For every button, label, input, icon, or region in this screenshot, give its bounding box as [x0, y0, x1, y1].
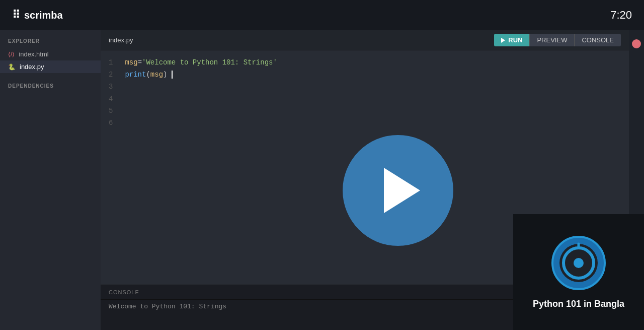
run-label: RUN [508, 36, 522, 44]
svg-point-3 [574, 258, 584, 268]
topnav: ⠿ scrimba 7:20 [0, 0, 644, 30]
sidebar-filename-html: index.html [19, 50, 48, 58]
code-line-6 [125, 117, 625, 129]
preview-button[interactable]: PREVIEW [529, 34, 574, 46]
sidebar-item-py[interactable]: 🐍 index.py [0, 60, 101, 73]
sidebar: EXPLORER ⟨/⟩ index.html 🐍 index.py DEPEN… [0, 30, 101, 330]
editor-toolbar: index.py RUN PREVIEW CONSOLE [101, 30, 629, 50]
code-line-2: print(msg) [125, 69, 625, 81]
explorer-label: EXPLORER [0, 38, 101, 48]
sidebar-filename-py: index.py [20, 63, 44, 71]
logo: ⠿ scrimba [12, 9, 63, 22]
code-line-5 [125, 105, 625, 117]
recording-dot [632, 39, 641, 48]
channel-logo [551, 235, 606, 291]
run-button[interactable]: RUN [494, 34, 529, 46]
video-title: Python 101 in Bangla [533, 299, 624, 309]
play-triangle-icon [384, 168, 420, 213]
sidebar-item-html[interactable]: ⟨/⟩ index.html [0, 48, 101, 60]
code-line-3 [125, 81, 625, 93]
dependencies-label: DEPENDENCIES [0, 83, 101, 89]
console-label: CONSOLE [109, 289, 139, 295]
editor-filename: index.py [109, 36, 133, 44]
play-overlay-button[interactable] [343, 135, 453, 246]
video-panel: Python 101 in Bangla [513, 214, 644, 330]
scrimba-logo-icon: ⠿ [12, 9, 20, 22]
toolbar-buttons: RUN PREVIEW CONSOLE [494, 34, 621, 46]
code-line-1: msg='Welcome to Python 101: Strings' [125, 56, 625, 69]
line-numbers: 1 2 3 4 5 6 [101, 56, 121, 279]
py-file-icon: 🐍 [8, 63, 16, 71]
html-file-icon: ⟨/⟩ [8, 51, 15, 58]
logo-text: scrimba [24, 10, 63, 21]
timer: 7:20 [610, 9, 632, 22]
console-button[interactable]: CONSOLE [574, 34, 621, 46]
run-play-icon [501, 38, 505, 43]
code-line-4 [125, 93, 625, 105]
